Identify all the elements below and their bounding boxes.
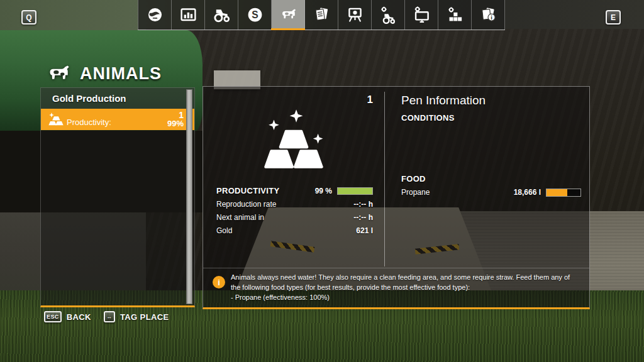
- documents-icon: [313, 6, 331, 24]
- gold-bars-large-icon: [255, 106, 332, 180]
- cow-icon: [279, 6, 297, 24]
- pen-stats: PRODUCTIVITY 99 % Reproduction rate --:-…: [216, 184, 373, 237]
- tab-garage[interactable]: [372, 0, 405, 30]
- stat-value: --:-- h: [353, 213, 373, 222]
- scrollbar-thumb[interactable]: [186, 89, 192, 304]
- svg-text:S: S: [252, 9, 258, 20]
- pen-information-section: Pen Information CONDITIONS FOOD Propane …: [401, 92, 581, 197]
- stat-row-next-animal: Next animal in --:-- h: [216, 211, 373, 224]
- back-hint[interactable]: ESC BACK: [44, 311, 91, 322]
- food-name: Propane: [401, 188, 430, 197]
- list-item-label: Productivity:: [67, 118, 111, 127]
- svg-text:i: i: [491, 14, 492, 21]
- stat-row-productivity: PRODUCTIVITY 99 %: [216, 184, 373, 197]
- meter-fill: [547, 189, 567, 196]
- production-list-panel: Gold Production Productivity: 1 99%: [40, 87, 195, 307]
- tab-settings-display[interactable]: [438, 0, 472, 30]
- page-header: ANIMALS: [45, 64, 162, 84]
- tractor-gear-icon: [379, 6, 397, 24]
- tag-place-label: TAG PLACE: [120, 312, 169, 322]
- tab-help[interactable]: i: [472, 0, 505, 30]
- tag-key-icon: ↔: [104, 311, 115, 322]
- food-meter: [546, 189, 581, 197]
- horizontal-divider: [203, 268, 589, 268]
- sidebar-scrollbar[interactable]: [186, 89, 192, 304]
- key-hint-q[interactable]: Q: [21, 10, 36, 25]
- globe-icon: [146, 6, 164, 24]
- vertical-divider: [384, 92, 385, 266]
- info-text: Animals always need water! They also req…: [231, 273, 570, 303]
- gold-bars-icon: [47, 112, 65, 127]
- page-title: ANIMALS: [80, 64, 162, 84]
- esc-key-icon: ESC: [44, 311, 62, 322]
- documents-info-icon: i: [479, 6, 497, 24]
- cow-icon: [45, 65, 72, 82]
- tab-statistics[interactable]: [172, 0, 205, 30]
- monitor-gear-icon: [413, 6, 431, 24]
- meter-fill: [338, 188, 372, 194]
- easel-icon: [346, 6, 364, 24]
- stat-value: --:-- h: [353, 200, 373, 209]
- conditions-label: CONDITIONS: [401, 113, 581, 123]
- productivity-meter: [337, 187, 373, 195]
- tab-finances[interactable]: S: [238, 0, 272, 30]
- tractor-icon: [213, 6, 231, 24]
- tab-vehicles[interactable]: [205, 0, 238, 30]
- menu-tab-bar: S: [138, 0, 505, 30]
- stat-label: Reproduction rate: [216, 200, 276, 209]
- tab-animals[interactable]: [272, 0, 305, 30]
- tab-map[interactable]: [138, 0, 172, 30]
- production-list-title: Gold Production: [41, 88, 194, 109]
- pen-information-title: Pen Information: [401, 94, 581, 107]
- stat-value: 99 %: [315, 187, 332, 195]
- coin-s-icon: S: [246, 6, 264, 24]
- food-amount: 18,666 l: [514, 188, 541, 197]
- pen-detail-panel: 1 PRODUCTIVITY 99 %: [203, 86, 590, 309]
- blocks-gear-icon: [446, 6, 464, 24]
- stat-label: Gold: [216, 226, 232, 235]
- food-row-propane: Propane 18,666 l: [401, 188, 581, 197]
- food-label: FOOD: [401, 174, 581, 184]
- stat-row-gold: Gold 621 l: [216, 224, 373, 237]
- stat-label: Next animal in: [216, 213, 264, 222]
- key-hint-e[interactable]: E: [606, 10, 621, 25]
- back-label: BACK: [67, 312, 91, 322]
- footer-hints: ESC BACK ↔ TAG PLACE: [44, 311, 169, 322]
- list-item-value: 99%: [167, 119, 184, 128]
- stat-row-reproduction: Reproduction rate --:-- h: [216, 197, 373, 211]
- list-item-gold-production[interactable]: Productivity: 1 99%: [41, 109, 194, 130]
- info-icon: i: [213, 276, 225, 288]
- tag-place-hint[interactable]: ↔ TAG PLACE: [104, 311, 169, 322]
- stat-label: PRODUCTIVITY: [216, 186, 279, 195]
- tab-contracts[interactable]: [305, 0, 338, 30]
- tab-production[interactable]: [338, 0, 372, 30]
- animals-menu-screen: Q S: [0, 0, 644, 362]
- animal-count: 1: [203, 94, 373, 106]
- stat-value: 621 l: [356, 226, 373, 235]
- info-strip: i Animals always need water! They also r…: [213, 273, 570, 303]
- bar-chart-icon: [179, 6, 197, 24]
- tab-settings-general[interactable]: [405, 0, 438, 30]
